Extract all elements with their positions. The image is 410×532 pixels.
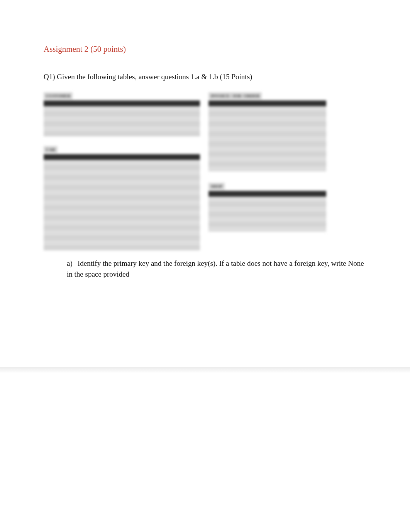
customer-title: CUSTOMER: [44, 92, 73, 99]
invoice-table: INVOICE / JOB / ORDER: [208, 92, 326, 172]
customer-table: CUSTOMER: [44, 92, 200, 136]
shop-table: SHOP: [208, 182, 326, 232]
page-title: Assignment 2 (50 points): [44, 44, 366, 54]
page-shadow: [0, 367, 410, 373]
subq-a-text: Identify the primary key and the foreign…: [67, 259, 364, 278]
shop-title: SHOP: [208, 183, 225, 190]
subquestion-a: a)Identify the primary key and the forei…: [44, 258, 366, 279]
invoice-title: INVOICE / JOB / ORDER: [208, 92, 262, 99]
subq-a-marker: a): [67, 258, 78, 269]
car-title: CAR: [44, 146, 58, 153]
q1-intro: Q1) Given the following tables, answer q…: [44, 73, 366, 81]
figures-container: CUSTOMER CAR: [44, 92, 366, 250]
car-table: CAR: [44, 146, 200, 250]
